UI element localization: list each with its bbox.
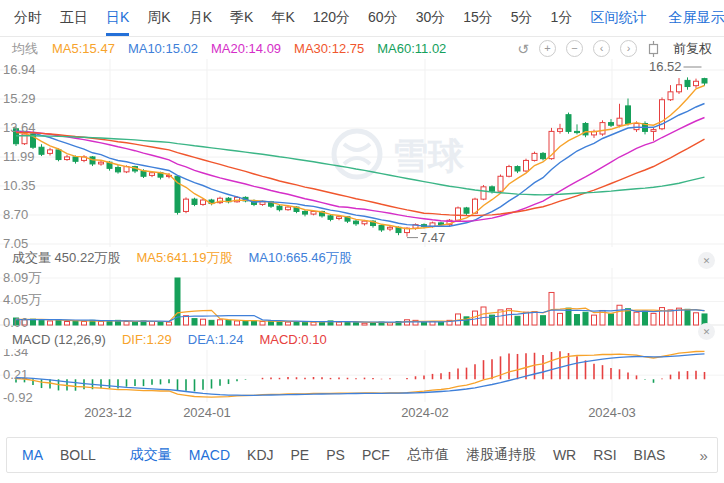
ma-item-2: MA20:14.09 [211,41,281,56]
period-toolbar: 分时五日日K周K月K季K年K120分60分30分15分5分1分 区间统计全屏显示 [0,0,724,37]
volume-panel-close-icon[interactable]: ✕ [698,252,715,269]
svg-text:-0.92: -0.92 [3,390,33,405]
ma-values: MA5:15.47MA10:15.02MA20:14.09MA30:12.75M… [52,41,459,56]
period-tab-季K[interactable]: 季K [230,0,253,36]
stock-chart-app: 雪球16.9415.2913.6411.9910.358.707.058.09万… [0,0,724,483]
volume-panel-header: 成交量 450.22万股 MA5:641.19万股 MA10:665.46万股 [0,248,724,267]
svg-text:2024-03: 2024-03 [588,405,636,420]
svg-text:7.47: 7.47 [420,230,445,245]
indicator-tab-PS[interactable]: PS [326,447,345,463]
pan-left-icon[interactable]: ‹ [593,40,610,57]
period-tab-年K[interactable]: 年K [271,0,294,36]
toolbar-links: 区间统计全屏显示 [590,0,724,36]
macd-panel-header: MACD (12,26,9) DIF:1.29 DEA:1.24 MACD:0.… [0,330,724,349]
svg-text:0.00: 0.00 [3,315,28,330]
indicator-tab-港股通持股[interactable]: 港股通持股 [466,446,536,464]
indicator-tab-PCF[interactable]: PCF [362,447,390,463]
macd-dea-value: DEA:1.24 [188,332,244,347]
svg-text:雪球: 雪球 [392,135,465,176]
period-tab-5分[interactable]: 5分 [511,0,533,36]
zoom-out-icon[interactable]: − [566,40,583,57]
svg-text:16.94: 16.94 [3,62,36,77]
pan-right-icon[interactable]: › [620,40,637,57]
indicator-tab-成交量[interactable]: 成交量 [130,446,172,464]
ma-item-3: MA30:12.75 [294,41,364,56]
period-tab-月K[interactable]: 月K [189,0,212,36]
svg-text:13.64: 13.64 [3,120,36,135]
period-tab-60分[interactable]: 60分 [368,0,398,36]
macd-dif-value: DIF:1.29 [122,332,172,347]
candle-glyph [647,41,660,57]
zoom-in-icon[interactable]: + [539,40,556,57]
ma-legend-bar: 均线 MA5:15.47MA10:15.02MA20:14.09MA30:12.… [0,38,724,59]
svg-text:15.29: 15.29 [3,91,36,106]
macd-panel-close-icon[interactable]: ✕ [698,323,715,340]
volume-ma10-value: MA10:665.46万股 [248,249,351,267]
period-tab-30分[interactable]: 30分 [416,0,446,36]
svg-text:4.05万: 4.05万 [3,292,41,307]
indicator-tab-MACD[interactable]: MACD [189,447,230,463]
macd-macd-value: MACD:0.10 [259,332,326,347]
svg-text:2024-01: 2024-01 [183,405,231,420]
candle-style-icon[interactable] [647,40,660,57]
indicator-tab-KDJ[interactable]: KDJ [247,447,273,463]
chart-tools: ↺+−‹›前复权 [517,40,712,58]
macd-title: MACD (12,26,9) [12,332,106,347]
indicator-tab-BOLL[interactable]: BOLL [60,447,96,463]
ma-item-1: MA10:15.02 [128,41,198,56]
period-tab-分时[interactable]: 分时 [14,0,42,36]
svg-text:8.70: 8.70 [3,207,28,222]
candlestick-chart-canvas[interactable]: 雪球16.9415.2913.6411.9910.358.707.058.09万… [0,0,724,432]
indicator-tab-总市值[interactable]: 总市值 [407,446,449,464]
indicator-tab-MA[interactable]: MA [22,447,43,463]
period-tab-15分[interactable]: 15分 [463,0,493,36]
period-tab-1分[interactable]: 1分 [551,0,573,36]
volume-title: 成交量 450.22万股 [12,249,120,267]
period-tab-周K[interactable]: 周K [147,0,170,36]
adjust-mode-selector[interactable]: 前复权 [673,40,712,58]
indicator-tab-RSI[interactable]: RSI [593,447,616,463]
svg-text:2023-12: 2023-12 [84,405,132,420]
ma-item-0: MA5:15.47 [52,41,115,56]
fullscreen-link[interactable]: 全屏显示 [668,9,724,27]
indicator-tab-BIAS[interactable]: BIAS [634,447,666,463]
more-indicators-button[interactable]: » [699,447,707,464]
svg-text:0.21: 0.21 [3,367,28,382]
volume-ma5-value: MA5:641.19万股 [136,249,232,267]
reset-zoom-icon[interactable]: ↺ [517,40,529,57]
svg-text:8.09万: 8.09万 [3,270,41,285]
range-stats-link[interactable]: 区间统计 [590,9,646,27]
indicator-tab-WR[interactable]: WR [553,447,576,463]
period-tabs: 分时五日日K周K月K季K年K120分60分30分15分5分1分 [14,0,590,36]
svg-text:10.35: 10.35 [3,178,36,193]
indicator-tab-PE[interactable]: PE [291,447,310,463]
indicator-tab-bar: MABOLL成交量MACDKDJPEPSPCF总市值港股通持股WRRSIBIAS… [6,437,718,473]
period-tab-120分[interactable]: 120分 [313,0,350,36]
svg-text:2024-02: 2024-02 [401,405,449,420]
ma-item-4: MA60:11.02 [377,41,446,56]
period-tab-日K[interactable]: 日K [106,0,129,36]
period-tab-五日[interactable]: 五日 [60,0,88,36]
ma-legend-title: 均线 [12,40,38,58]
svg-text:11.99: 11.99 [3,149,35,164]
svg-text:16.52: 16.52 [649,59,682,74]
